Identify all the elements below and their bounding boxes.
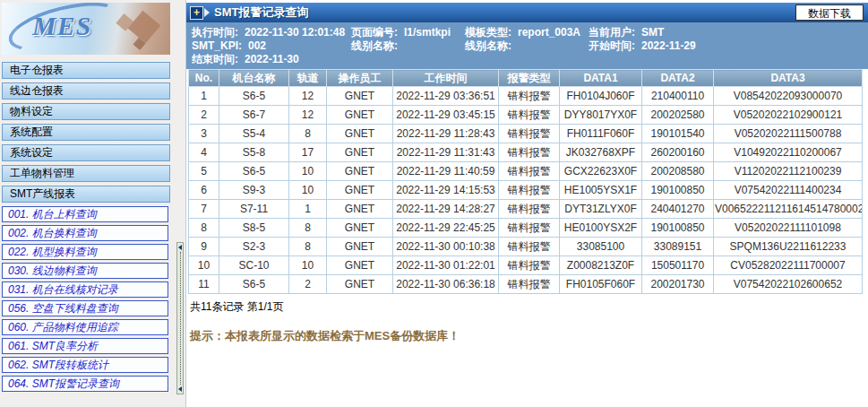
table-cell: DYY8017YX0F bbox=[560, 106, 642, 125]
table-cell: 8 bbox=[289, 238, 327, 256]
sidebar-section-button[interactable]: 系统配置 bbox=[2, 124, 170, 141]
table-row: 6S9-310GNET2022-11-29 14:15:53错料报警HE1005… bbox=[189, 181, 863, 200]
table-cell: HE0100YSX2F bbox=[560, 219, 642, 238]
table-cell: S9-3 bbox=[219, 181, 289, 200]
sidebar-report-link[interactable]: 030. 线边物料查询 bbox=[2, 263, 168, 279]
sidebar-report-link[interactable]: 061. SMT良率分析 bbox=[2, 338, 168, 354]
page-title: SMT报警记录查询 bbox=[214, 4, 308, 21]
table-cell: V05202022102900121 bbox=[714, 106, 863, 125]
sidebar-section-button[interactable]: 线边仓报表 bbox=[2, 82, 170, 100]
sidebar-section-button[interactable]: SMT产线报表 bbox=[2, 186, 170, 203]
sidebar-splitter[interactable] bbox=[176, 242, 184, 394]
table-cell: 12 bbox=[289, 87, 327, 106]
sidebar-report-link[interactable]: 002. 机台换料查询 bbox=[2, 225, 168, 241]
sidebar-section-label: 物料设定 bbox=[10, 105, 53, 117]
table-cell: SPQM136U2211612233 bbox=[714, 238, 863, 256]
info-field-value: 2022-11-30 12:01:48 bbox=[245, 26, 345, 39]
table-row: 5S6-510GNET2022-11-29 11:40:59错料报警GCX226… bbox=[189, 162, 863, 181]
collapse-left-icon[interactable] bbox=[178, 386, 182, 392]
table-cell: 错料报警 bbox=[499, 238, 560, 256]
table-cell: 2022-11-29 11:28:43 bbox=[393, 125, 499, 143]
table-cell: 8 bbox=[189, 219, 219, 238]
info-field-label: 线别名称: bbox=[465, 39, 511, 52]
table-row: 2S6-712GNET2022-11-29 03:45:15错料报警DYY801… bbox=[189, 106, 863, 125]
table-cell: V11202022112100239 bbox=[714, 162, 863, 181]
table-cell: JK032768XPF bbox=[560, 143, 642, 162]
table-cell: 190100850 bbox=[642, 219, 714, 238]
table-cell: 210400110 bbox=[642, 87, 714, 106]
sidebar-report-link[interactable]: 031. 机台在线核对记录 bbox=[2, 281, 168, 298]
column-header: 轨道 bbox=[289, 70, 327, 87]
table-cell: 错料报警 bbox=[499, 143, 560, 162]
table-cell: V10492022110200067 bbox=[714, 143, 863, 162]
table-cell: SC-10 bbox=[219, 256, 289, 275]
expand-plus-icon[interactable]: + bbox=[190, 6, 203, 20]
sidebar-section-label: 系统设定 bbox=[10, 146, 53, 159]
column-header: 操作员工 bbox=[327, 70, 393, 87]
table-cell: 错料报警 bbox=[499, 200, 560, 219]
sidebar-section-label: 工单物料管理 bbox=[10, 167, 74, 179]
sidebar-report-label: 002. 机台换料查询 bbox=[8, 227, 97, 239]
column-header: DATA3 bbox=[714, 70, 863, 87]
info-row: 结束时间:2022-11-30 bbox=[192, 52, 868, 65]
sidebar-report-label: 062. SMT段转板统计 bbox=[8, 359, 108, 371]
sidebar-section-label: 线边仓报表 bbox=[10, 84, 64, 97]
table-cell: 错料报警 bbox=[499, 275, 560, 294]
table-cell: 17 bbox=[289, 143, 327, 162]
table-cell: 200208580 bbox=[642, 162, 714, 181]
info-field-label: 页面编号: bbox=[351, 26, 398, 39]
sidebar-report-link[interactable]: 060. 产品物料使用追踪 bbox=[2, 319, 168, 335]
sidebar-report-link[interactable]: 022. 机型换料查询 bbox=[2, 244, 168, 260]
sidebar-section-button[interactable]: 工单物料管理 bbox=[2, 165, 170, 182]
table-cell: GNET bbox=[327, 256, 393, 275]
sidebar-report-link[interactable]: 001. 机台上料查询 bbox=[2, 206, 168, 222]
table-row: 8S8-58GNET2022-11-29 22:45:25错料报警HE0100Y… bbox=[189, 219, 863, 238]
sidebar-report-label: 060. 产品物料使用追踪 bbox=[8, 321, 118, 333]
info-field: 页面编号:I1/smtkpi bbox=[351, 25, 465, 39]
sidebar-sections: 电子仓报表线边仓报表物料设定系统配置系统设定工单物料管理SMT产线报表 bbox=[2, 62, 172, 203]
table-cell: GNET bbox=[327, 125, 393, 143]
table-cell: 错料报警 bbox=[499, 87, 560, 106]
column-header: No. bbox=[189, 70, 219, 87]
table-cell: 2022-11-30 06:36:18 bbox=[393, 275, 499, 294]
table-cell: 2022-11-29 11:40:59 bbox=[393, 162, 499, 181]
table-cell: 260200160 bbox=[642, 143, 714, 162]
table-cell: 2022-11-29 03:45:15 bbox=[393, 106, 499, 125]
sidebar-report-label: 064. SMT报警记录查询 bbox=[8, 377, 119, 390]
table-cell: GNET bbox=[327, 143, 393, 162]
sidebar: MES 电子仓报表线边仓报表物料设定系统配置系统设定工单物料管理SMT产线报表 … bbox=[0, 0, 175, 407]
table-cell: GNET bbox=[327, 106, 393, 125]
table-cell: 2022-11-29 03:36:51 bbox=[393, 87, 499, 106]
table-cell: 9 bbox=[189, 238, 219, 256]
info-field: 模板类型:report_003A bbox=[465, 25, 589, 39]
table-cell: 3 bbox=[189, 125, 219, 143]
data-download-button[interactable]: 数据下载 bbox=[795, 4, 864, 21]
column-header: 报警类型 bbox=[499, 70, 560, 87]
table-row: 9S2-38GNET2022-11-30 00:10:38错料报警3308510… bbox=[189, 238, 863, 256]
table-cell: GNET bbox=[327, 162, 393, 181]
sidebar-report-link[interactable]: 064. SMT报警记录查询 bbox=[2, 376, 168, 392]
table-cell: V006522211211614514780002 bbox=[714, 200, 863, 219]
sidebar-report-link[interactable]: 056. 空盘下线料盘查询 bbox=[2, 300, 168, 316]
sidebar-section-button[interactable]: 物料设定 bbox=[2, 103, 170, 120]
table-cell: 190101540 bbox=[642, 125, 714, 143]
info-field-value: 2022-11-29 bbox=[641, 39, 696, 52]
collapse-left-icon[interactable] bbox=[178, 245, 182, 250]
info-field-label: SMT_KPI: bbox=[192, 39, 242, 52]
table-cell: 2 bbox=[189, 106, 219, 125]
table-cell: 错料报警 bbox=[499, 125, 560, 143]
sidebar-section-button[interactable]: 系统设定 bbox=[2, 144, 170, 161]
table-cell: S6-5 bbox=[219, 87, 289, 106]
info-field: 线别名称: bbox=[465, 39, 589, 52]
sidebar-report-link[interactable]: 062. SMT段转板统计 bbox=[2, 357, 168, 373]
table-cell: Z0008213Z0F bbox=[560, 256, 642, 275]
table-cell: 240401270 bbox=[642, 200, 714, 219]
table-cell: GNET bbox=[327, 181, 393, 200]
table-cell: 2022-11-29 14:15:53 bbox=[393, 181, 499, 200]
table-cell: GNET bbox=[327, 200, 393, 219]
sidebar-section-button[interactable]: 电子仓报表 bbox=[2, 62, 170, 79]
table-cell: 200201730 bbox=[642, 275, 714, 294]
info-field-label: 结束时间: bbox=[192, 53, 238, 65]
table-row: 1S6-512GNET2022-11-29 03:36:51错料报警FH0104… bbox=[189, 87, 863, 106]
table-cell: S5-4 bbox=[219, 125, 289, 143]
